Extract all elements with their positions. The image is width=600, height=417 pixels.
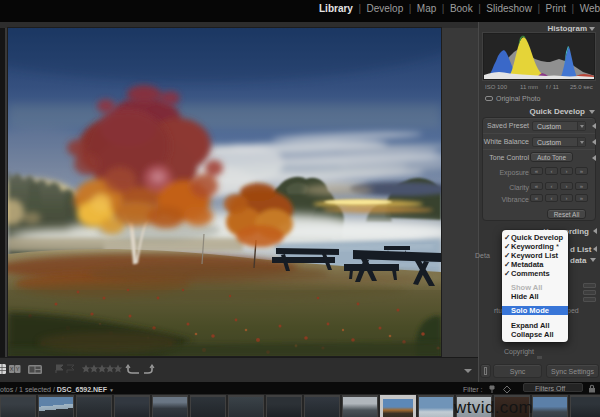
svg-text:Y: Y [16,366,20,372]
svg-text:X: X [10,366,14,372]
